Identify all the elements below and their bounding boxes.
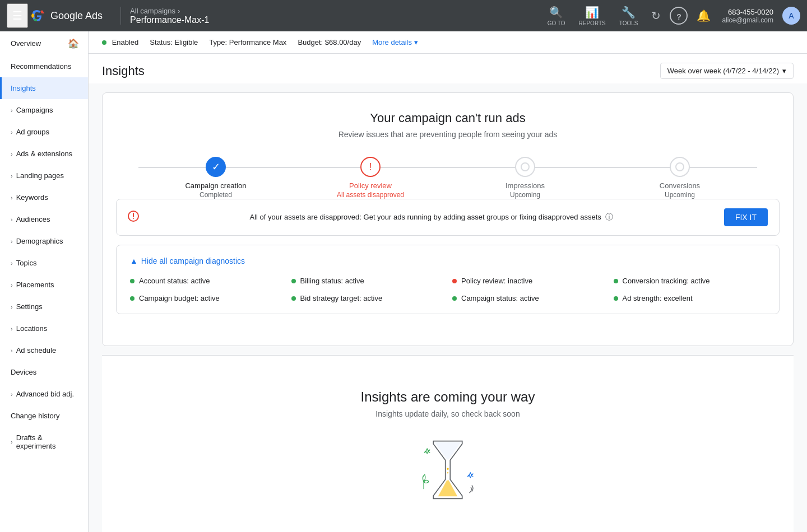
circle-icon-conversions — [675, 162, 684, 171]
sidebar-item-landing-pages[interactable]: ›Landing pages — [0, 165, 88, 186]
sidebar-item-label: Drafts & experiments — [16, 433, 79, 450]
diagnostics-card: ▲ Hide all campaign diagnostics Account … — [116, 245, 780, 314]
tools-button[interactable]: 🔧 TOOLS — [615, 3, 643, 29]
account-email: alice@gmail.com — [722, 16, 773, 24]
reports-button[interactable]: 📊 REPORTS — [574, 3, 610, 29]
sidebar-item-ads-extensions[interactable]: ›Ads & extensions — [0, 143, 88, 165]
campaign-breadcrumb: All campaigns › Performance-Max-1 — [130, 7, 209, 25]
sidebar-item-overview[interactable]: Overview🏠 — [0, 31, 88, 55]
hourglass-illustration — [414, 436, 481, 503]
user-avatar[interactable]: A — [782, 7, 800, 25]
content-area: Your campaign can't run ads Review issue… — [89, 83, 807, 532]
sidebar-item-label: Ad groups — [16, 128, 49, 136]
reports-label: REPORTS — [579, 20, 606, 26]
chevron-icon: › — [11, 282, 13, 288]
sidebar-item-label: Topics — [16, 259, 37, 267]
hide-diagnostics-button[interactable]: ▲ Hide all campaign diagnostics — [130, 256, 245, 265]
more-details-button[interactable]: More details ▾ — [372, 38, 418, 46]
circle-icon — [521, 162, 530, 171]
sidebar-item-ad-groups[interactable]: ›Ad groups — [0, 121, 88, 143]
sidebar-item-demographics[interactable]: ›Demographics — [0, 230, 88, 252]
campaign-status-title: Your campaign can't run ads — [116, 111, 780, 125]
help-button[interactable]: ? — [670, 7, 688, 25]
diagnostic-item-policy-review: Policy review: inactive — [452, 277, 605, 285]
chevron-up-icon: ▲ — [130, 256, 138, 265]
sidebar-item-placements[interactable]: ›Placements — [0, 274, 88, 296]
app-layout: Overview🏠RecommendationsInsights›Campaig… — [0, 31, 807, 532]
diagnostic-item-account-status: Account status: active — [130, 277, 282, 285]
chevron-icon: › — [11, 238, 13, 245]
help-circle-icon[interactable]: ⓘ — [605, 212, 613, 221]
sidebar-item-label: Ads & extensions — [16, 150, 72, 158]
sidebar-item-drafts-experiments[interactable]: ›Drafts & experiments — [0, 427, 88, 457]
google-ads-logo: Google Ads — [28, 7, 103, 25]
svg-point-3 — [133, 218, 134, 219]
campaign-status-bar: Enabled Status: Eligible Type: Performan… — [89, 31, 807, 54]
account-info: 683-455-0020 alice@gmail.com — [722, 8, 773, 24]
diagnostic-item-bid-strategy: Bid strategy target: active — [291, 294, 444, 302]
all-campaigns-link[interactable]: All campaigns › — [130, 7, 209, 15]
sidebar-item-devices[interactable]: Devices — [0, 361, 88, 383]
fix-it-button[interactable]: FIX IT — [724, 208, 768, 226]
svg-point-5 — [447, 472, 449, 474]
warning-text-strong: All of your assets are disapproved: — [249, 213, 361, 221]
google-ads-text: Google Ads — [50, 10, 103, 22]
sidebar-item-topics[interactable]: ›Topics — [0, 252, 88, 274]
goto-button[interactable]: 🔍 GO TO — [543, 3, 570, 29]
sidebar-item-advanced-bid[interactable]: ›Advanced bid adj. — [0, 383, 88, 405]
diagnostic-item-billing-status: Billing status: active — [291, 277, 444, 285]
step-label-campaign-creation: Campaign creation — [185, 181, 246, 190]
nav-divider — [120, 7, 121, 25]
status-dot-green — [130, 296, 134, 301]
chevron-icon: › — [11, 172, 13, 179]
status-dot-green — [614, 296, 618, 301]
warning-text-normal: Get your ads running by adding asset gro… — [364, 213, 601, 221]
diagnostic-text: Billing status: active — [300, 277, 364, 285]
diagnostic-text: Conversion tracking: active — [623, 277, 710, 285]
chevron-icon: › — [11, 304, 13, 310]
diagnostic-item-ad-strength: Ad strength: excellent — [614, 294, 766, 302]
chevron-icon: › — [11, 107, 13, 114]
step-campaign-creation: ✓ Campaign creation Completed — [138, 157, 293, 199]
enabled-status: Enabled — [102, 38, 138, 46]
chevron-icon: › — [11, 438, 13, 445]
tools-label: TOOLS — [619, 20, 638, 26]
step-circle-error: ! — [360, 157, 381, 177]
sidebar-item-settings[interactable]: ›Settings — [0, 296, 88, 318]
step-sublabel-impressions: Upcoming — [510, 191, 540, 199]
sidebar-item-recommendations[interactable]: Recommendations — [0, 55, 88, 77]
warning-text: All of your assets are disapproved: Get … — [146, 212, 717, 222]
sidebar-item-insights[interactable]: Insights — [0, 77, 88, 99]
step-conversions: Conversions Upcoming — [602, 157, 757, 199]
status-dot-green — [291, 279, 296, 283]
hamburger-menu-button[interactable]: ☰ — [7, 3, 28, 28]
chevron-icon: › — [11, 216, 13, 223]
diagnostics-grid: Account status: activeBilling status: ac… — [130, 277, 766, 302]
top-navigation: ☰ Google Ads All campaigns › Performance… — [0, 0, 807, 31]
bell-icon: 🔔 — [697, 9, 711, 22]
diagnostic-text: Campaign status: active — [461, 294, 539, 302]
diagnostic-item-campaign-status: Campaign status: active — [452, 294, 605, 302]
sidebar-item-audiences[interactable]: ›Audiences — [0, 208, 88, 230]
step-circle-conversions — [670, 157, 690, 177]
refresh-icon: ↻ — [651, 9, 661, 22]
hourglass-svg — [414, 436, 481, 503]
diagnostic-text: Ad strength: excellent — [623, 294, 693, 302]
chevron-icon: › — [11, 325, 13, 332]
date-range-selector[interactable]: Week over week (4/7/22 - 4/14/22) ▾ — [660, 63, 794, 79]
sidebar-item-locations[interactable]: ›Locations — [0, 318, 88, 339]
sidebar-item-label: Campaigns — [16, 106, 53, 114]
step-label-impressions: Impressions — [505, 181, 545, 190]
chevron-icon: › — [11, 260, 13, 267]
sidebar-item-change-history[interactable]: Change history — [0, 405, 88, 427]
refresh-button[interactable]: ↻ — [647, 4, 665, 27]
notifications-button[interactable]: 🔔 — [692, 4, 715, 27]
sidebar-item-ad-schedule[interactable]: ›Ad schedule — [0, 339, 88, 361]
svg-point-4 — [447, 468, 448, 470]
enabled-label: Enabled — [112, 38, 139, 46]
step-sublabel-conversions: Upcoming — [665, 191, 695, 199]
sidebar-item-campaigns[interactable]: ›Campaigns — [0, 99, 88, 121]
goto-label: GO TO — [548, 20, 565, 26]
insights-coming-section: Insights are coming your way Insights up… — [102, 355, 794, 532]
sidebar-item-keywords[interactable]: ›Keywords — [0, 186, 88, 208]
